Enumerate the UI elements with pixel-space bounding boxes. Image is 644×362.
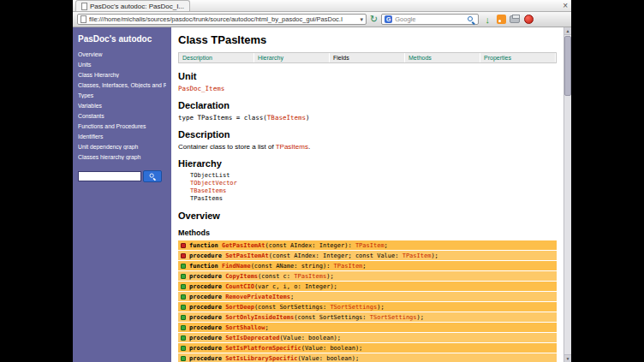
code-text: procedure [189, 324, 225, 331]
code-link[interactable]: CopyItems [225, 273, 258, 280]
sidebar-item-units[interactable]: Units [78, 62, 166, 68]
unit-link[interactable]: PasDoc_Items [178, 85, 557, 92]
code-text: (const c: [258, 273, 294, 280]
sidebar-item-constants[interactable]: Constants [78, 113, 166, 119]
code-text: (const AName: string): [251, 263, 334, 270]
sidebar-item-class-hierarchy[interactable]: Class Hierarchy [78, 72, 166, 78]
method-row: procedure RemovePrivateItems; [178, 292, 557, 301]
code-link[interactable]: TBaseItems [190, 187, 226, 194]
code-link[interactable]: RemovePrivateItems [225, 294, 290, 300]
code-text: (const AIndex: Integer): [265, 242, 355, 249]
url-text: file:///home/michalis/sources/pasdoc/tru… [89, 15, 357, 23]
nav-properties[interactable]: Properties [480, 53, 556, 62]
hierarchy-list: TObjectListTObjectVectorTBaseItemsTPasIt… [190, 172, 557, 203]
method-row: procedure CopyItems(const c: TPasItems); [178, 271, 557, 281]
declaration-code: type TPasItems = class(TBaseItems) [178, 114, 557, 122]
code-link[interactable]: TSortSettings [370, 314, 417, 321]
sidebar-item-classes-hierarchy-graph[interactable]: Classes hierarchy graph [78, 154, 166, 160]
download-icon[interactable]: ↓ [482, 15, 492, 25]
signature-code: procedure SetIsPlatformSpecific(Value: b… [189, 345, 362, 352]
code-text: procedure [189, 252, 225, 259]
code-text: procedure [189, 345, 225, 352]
sidebar-item-identifiers[interactable]: Identifiers [78, 134, 166, 139]
nav-hierarchy[interactable]: Hierarchy [254, 53, 330, 62]
code-link[interactable]: TSortSettings [330, 304, 377, 311]
reload-icon[interactable]: ↻ [370, 14, 378, 25]
sidebar-title: PasDoc's autodoc [78, 34, 166, 44]
search-box[interactable]: G Google [381, 14, 479, 25]
sidebar-search-button[interactable] [143, 170, 162, 182]
chevron-down-icon[interactable]: ▾ [360, 16, 363, 23]
hierarchy-item: TPasItems [190, 195, 557, 203]
code-text: function [189, 242, 222, 249]
code-link[interactable]: TPasItems [294, 273, 326, 280]
code-link[interactable]: TPasItem [402, 252, 432, 259]
nav-description[interactable]: Description [179, 53, 254, 62]
scrollbar[interactable]: ▲ ▼ [564, 27, 571, 362]
code-link[interactable]: SetIsLibrarySpecific [225, 355, 297, 362]
code-link[interactable]: SortShallow [225, 324, 265, 331]
sidebar-item-unit-dependency-graph[interactable]: Unit dependency graph [78, 144, 166, 150]
code-text: ); [377, 304, 384, 311]
code-link[interactable]: SetIsPlatformSpecific [225, 345, 301, 352]
scroll-up-icon[interactable]: ▲ [564, 27, 571, 35]
rss-icon[interactable] [497, 15, 506, 24]
code-text: ); [431, 252, 438, 259]
sidebar-item-variables[interactable]: Variables [78, 103, 166, 109]
code-text: ); [417, 314, 424, 321]
code-link[interactable]: TPasItem [355, 242, 385, 249]
code-text: TObjectList [190, 172, 230, 179]
nav-fields: Fields [330, 53, 405, 62]
code-link[interactable]: TPasItem [334, 263, 363, 270]
sidebar-item-functions-and-procedures[interactable]: Functions and Procedures [78, 123, 166, 129]
methods-table: function GetPasItemAt(const AIndex: Inte… [178, 240, 557, 362]
public-marker-icon [181, 294, 186, 300]
nav-methods[interactable]: Methods [405, 53, 480, 62]
address-bar[interactable]: file:///home/michalis/sources/pasdoc/tru… [77, 14, 367, 25]
code-text: (const SortSettings: [294, 314, 370, 321]
code-link[interactable]: FindName [222, 263, 251, 270]
page-title: Class TPasItems [178, 33, 557, 46]
method-row: procedure SetIsPlatformSpecific(Value: b… [178, 343, 557, 353]
content-area: PasDoc's autodoc OverviewUnitsClass Hier… [73, 27, 571, 362]
sidebar-search-input[interactable] [78, 171, 141, 181]
code-text: (Value: boolean); [301, 345, 363, 352]
code-text: procedure [189, 294, 225, 300]
code-text: ); [326, 273, 333, 280]
search-icon[interactable] [467, 15, 475, 24]
signature-code: procedure SetIsDeprecated(Value: boolean… [189, 335, 341, 341]
code-link[interactable]: SetPasItemAt [225, 252, 269, 259]
printer-icon[interactable] [510, 15, 520, 23]
sidebar-item-types[interactable]: Types [78, 92, 166, 98]
method-row: procedure CountCIO(var c, i, o: Integer)… [178, 282, 557, 291]
hierarchy-heading: Hierarchy [178, 158, 557, 169]
addon-icon[interactable] [524, 15, 534, 24]
code-link[interactable]: SortDeep [225, 304, 254, 311]
navigation-toolbar: file:///home/michalis/sources/pasdoc/tru… [73, 12, 571, 27]
code-link[interactable]: GetPasItemAt [222, 242, 265, 249]
scroll-down-icon[interactable]: ▼ [564, 354, 571, 362]
code-text: ; [362, 263, 366, 270]
code-link[interactable]: SetIsDeprecated [225, 335, 279, 341]
code-link[interactable]: CountCIO [225, 283, 254, 290]
sidebar-item-classes-interfaces-objects-and-records[interactable]: Classes, Interfaces, Objects and Records [78, 82, 166, 88]
methods-heading: Methods [178, 228, 557, 237]
code-text: (Value: boolean); [279, 335, 341, 341]
code-link[interactable]: TObjectVector [190, 180, 237, 187]
method-row: function GetPasItemAt(const AIndex: Inte… [178, 240, 557, 250]
public-marker-icon [181, 305, 186, 310]
code-text: ) [306, 114, 310, 122]
sidebar-item-overview[interactable]: Overview [78, 51, 166, 57]
browser-tab[interactable]: PasDoc's autodoc: PasDoc_I... [75, 0, 190, 11]
scrollbar-thumb[interactable] [564, 36, 571, 96]
close-icon[interactable]: × [563, 1, 568, 11]
code-text: Container class to store a list of [178, 143, 276, 151]
method-row: procedure SetIsLibrarySpecific(Value: bo… [178, 353, 557, 362]
public-marker-icon [181, 335, 186, 341]
code-link[interactable]: TPasItems [276, 143, 308, 151]
search-icon [149, 173, 157, 181]
tab-bar: PasDoc's autodoc: PasDoc_I... × [73, 0, 571, 12]
code-link[interactable]: SortOnlyInsideItems [225, 314, 294, 321]
private-marker-icon [181, 243, 186, 248]
code-link[interactable]: TBaseItems [267, 114, 306, 122]
